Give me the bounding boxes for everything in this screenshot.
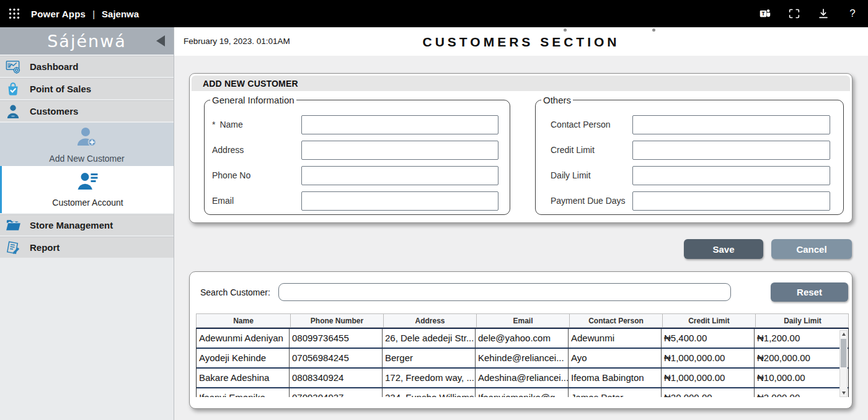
person-icon [4, 103, 22, 120]
report-icon [4, 239, 22, 256]
cancel-button[interactable]: Cancel [771, 239, 852, 259]
contact-person-input[interactable] [632, 115, 830, 134]
waffle-icon[interactable] [8, 7, 20, 20]
table-row[interactable]: Adewunmi Adeniyan 08099736455 26, Dele a… [197, 329, 848, 349]
daily-limit-label: Daily Limit [551, 166, 591, 185]
field-row: Email [205, 191, 510, 211]
column-header-address: Address [384, 314, 477, 327]
top-app-bar: Power Apps | Sajenwa T ? [0, 0, 868, 27]
phone-no-input[interactable] [301, 166, 498, 185]
save-button[interactable]: Save [684, 239, 763, 259]
cell-address: Berger [383, 349, 476, 367]
sidebar-subitem-add-new-customer[interactable]: Add New Customer [0, 123, 174, 166]
decor-dot [564, 28, 567, 32]
content-area: ADD NEW CUSTOMER General Information *Na… [174, 56, 868, 420]
sidebar-subitem-customer-account[interactable]: Customer Account [0, 166, 174, 213]
cell-address: 26, Dele adedeji Str... [383, 329, 476, 348]
column-header-name: Name [197, 314, 291, 327]
cell-phone: 0709304937 [290, 388, 383, 397]
table-row[interactable]: Ifeanyi Emenike 0709304937 234, Funsho W… [197, 388, 848, 397]
customer-list-card: Search Customer: Reset Name Phone Number… [189, 271, 852, 409]
cell-phone: 07056984245 [290, 349, 383, 367]
cell-name: Ifeanyi Emenike [197, 388, 290, 397]
search-customer-input[interactable] [278, 283, 731, 301]
others-legend: Others [541, 95, 573, 105]
credit-limit-label: Credit Limit [551, 141, 595, 160]
column-header-contact-person: Contact Person [570, 314, 663, 327]
field-row: Credit Limit [536, 141, 843, 160]
field-row: Address [205, 141, 510, 160]
credit-limit-input[interactable] [632, 141, 830, 160]
shopping-bag-icon [4, 81, 22, 98]
sidebar-item-customers[interactable]: Customers [0, 100, 174, 121]
cell-contact-person: Ayo [569, 349, 662, 367]
cell-name: Bakare Adeshina [197, 369, 290, 387]
topbar-actions: T ? [758, 7, 868, 20]
table-scrollbar[interactable] [839, 330, 848, 397]
cell-name: Adewunmi Adeniyan [197, 329, 290, 348]
cell-email: dele@yahoo.com [476, 329, 569, 348]
app-name-label[interactable]: Power Apps [31, 9, 86, 19]
general-information-group: General Information *Name Address Phone … [204, 95, 510, 215]
field-row: Contact Person [536, 115, 843, 134]
daily-limit-input[interactable] [632, 166, 830, 185]
others-group: Others Contact Person Credit Limit Daily… [535, 95, 844, 215]
cell-email: Kehinde@reliancei... [476, 349, 569, 367]
column-header-credit-limit: Credit Limit [663, 314, 756, 327]
sidebar-subitem-label: Customer Account [52, 198, 123, 208]
sidebar: Sájénwá Dashboard Point of Sales [0, 27, 174, 420]
general-information-legend: General Information [210, 95, 296, 105]
sidebar-logo-bar: Sájénwá [0, 27, 174, 55]
name-input[interactable] [301, 115, 498, 134]
topbar-divider: | [92, 9, 95, 19]
teams-icon[interactable]: T [758, 7, 772, 20]
cell-credit-limit: ₦5,400.00 [662, 329, 755, 348]
help-glyph: ? [849, 7, 855, 20]
address-input[interactable] [301, 141, 498, 160]
cell-contact-person: James Peter [569, 388, 662, 397]
column-header-phone-number: Phone Number [291, 314, 384, 327]
email-input[interactable] [301, 191, 498, 211]
sidebar-item-dashboard[interactable]: Dashboard [0, 56, 174, 77]
name-label: *Name [212, 115, 243, 134]
field-row: *Name [205, 115, 510, 134]
reset-button[interactable]: Reset [771, 282, 848, 302]
table-row[interactable]: Bakare Adeshina 0808340924 172, Freedom … [197, 369, 848, 388]
sidebar-item-label: Dashboard [30, 61, 78, 72]
required-mark: * [212, 120, 215, 129]
sidebar-item-label: Report [30, 242, 60, 253]
cell-phone: 08099736455 [290, 329, 383, 348]
payment-due-days-input[interactable] [632, 191, 830, 211]
sidebar-item-point-of-sales[interactable]: Point of Sales [0, 78, 174, 99]
address-label: Address [212, 141, 244, 160]
fullscreen-icon[interactable] [787, 7, 801, 20]
sidebar-item-store-management[interactable]: Store Management [0, 214, 174, 235]
cell-phone: 0808340924 [290, 369, 383, 387]
table-row[interactable]: Ayodeji Kehinde 07056984245 Berger Kehin… [197, 349, 848, 369]
app-logo: Sájénwá [47, 32, 126, 51]
download-icon[interactable] [817, 7, 830, 20]
cell-address: 172, Freedom way, ... [383, 369, 476, 387]
table-header-row: Name Phone Number Address Email Contact … [196, 313, 849, 328]
cell-contact-person: Ifeoma Babington [569, 369, 662, 387]
cell-credit-limit: ₦1,000,000.00 [662, 369, 755, 387]
payment-due-days-label: Payment Due Days [551, 191, 626, 211]
table-body: Adewunmi Adeniyan 08099736455 26, Dele a… [196, 328, 849, 397]
sidebar-item-label: Store Management [30, 220, 113, 230]
sidebar-item-label: Customers [30, 106, 78, 116]
sidebar-item-report[interactable]: Report [0, 237, 174, 258]
help-icon[interactable]: ? [846, 7, 859, 20]
sidebar-collapse-button[interactable] [156, 35, 166, 46]
field-row: Phone No [205, 166, 510, 185]
cell-credit-limit: ₦1,000,000.00 [662, 349, 755, 367]
decor-dot [652, 28, 655, 32]
cell-name: Ayodeji Kehinde [197, 349, 290, 367]
scroll-down-icon[interactable] [840, 390, 847, 396]
sidebar-subitem-label: Add New Customer [49, 154, 124, 164]
cell-daily-limit: ₦200,000.00 [755, 349, 848, 367]
scroll-up-icon[interactable] [840, 331, 847, 338]
sidebar-item-label: Point of Sales [30, 84, 91, 94]
add-new-customer-card: ADD NEW CUSTOMER General Information *Na… [189, 73, 852, 223]
svg-text:T: T [761, 11, 764, 17]
scrollbar-thumb[interactable] [841, 339, 846, 367]
